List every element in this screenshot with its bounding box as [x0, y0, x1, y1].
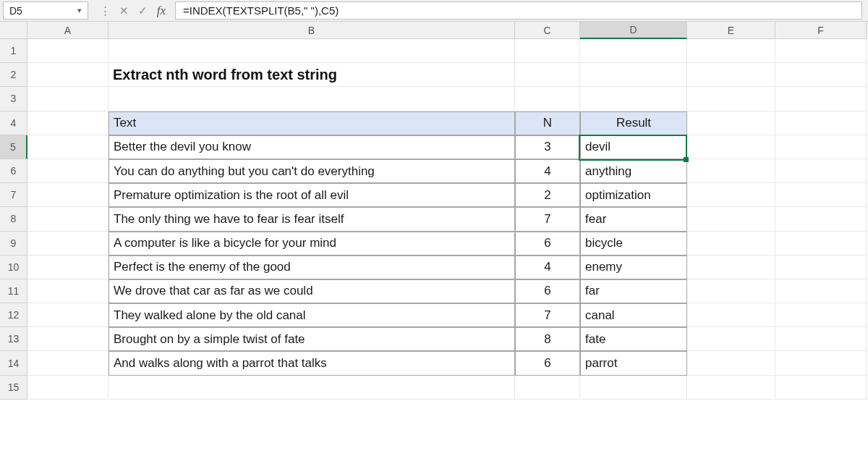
table-cell-result[interactable]: parrot: [580, 351, 687, 375]
cell[interactable]: [687, 279, 775, 303]
cell[interactable]: [27, 256, 109, 279]
cell[interactable]: [580, 376, 687, 400]
cell[interactable]: [27, 135, 109, 159]
cell[interactable]: [27, 303, 109, 327]
cell[interactable]: [687, 135, 775, 159]
cell[interactable]: [27, 376, 109, 400]
cell[interactable]: [27, 207, 109, 231]
cell[interactable]: [687, 39, 775, 63]
table-cell-n[interactable]: 2: [515, 183, 580, 207]
cell[interactable]: [775, 256, 867, 279]
cell[interactable]: [687, 232, 775, 256]
table-cell-text[interactable]: Perfect is the enemy of the good: [109, 256, 515, 279]
cell[interactable]: [27, 279, 109, 303]
table-cell-text[interactable]: Premature optimization is the root of al…: [109, 183, 515, 207]
table-cell-result[interactable]: devil: [580, 135, 687, 159]
cell[interactable]: [775, 111, 867, 135]
table-cell-n[interactable]: 7: [515, 303, 580, 327]
cell[interactable]: [775, 376, 867, 400]
table-header-n[interactable]: N: [515, 111, 580, 135]
cell[interactable]: [27, 87, 109, 111]
cell[interactable]: [27, 183, 109, 207]
row-header[interactable]: 14: [0, 351, 27, 375]
row-header[interactable]: 15: [0, 376, 27, 400]
row-header[interactable]: 12: [0, 303, 27, 327]
table-cell-result[interactable]: far: [580, 279, 687, 303]
table-cell-text[interactable]: We drove that car as far as we could: [109, 279, 515, 303]
cell[interactable]: [775, 87, 867, 111]
table-cell-result[interactable]: bicycle: [580, 232, 687, 256]
row-header[interactable]: 7: [0, 183, 27, 207]
cell[interactable]: [515, 87, 580, 111]
cell[interactable]: [27, 63, 109, 87]
table-cell-n[interactable]: 3: [515, 135, 580, 159]
col-header-B[interactable]: B: [109, 22, 515, 39]
cell[interactable]: [687, 183, 775, 207]
cell[interactable]: [775, 351, 867, 375]
table-cell-result[interactable]: optimization: [580, 183, 687, 207]
cell[interactable]: [687, 303, 775, 327]
table-cell-n[interactable]: 6: [515, 351, 580, 375]
col-header-E[interactable]: E: [687, 22, 775, 39]
cell[interactable]: [687, 87, 775, 111]
table-cell-text[interactable]: You can do anything but you can't do eve…: [109, 159, 515, 183]
table-cell-result[interactable]: fear: [580, 207, 687, 231]
table-header-text[interactable]: Text: [109, 111, 515, 135]
table-cell-result[interactable]: anything: [580, 159, 687, 183]
row-header[interactable]: 13: [0, 327, 27, 351]
cell[interactable]: [687, 351, 775, 375]
table-cell-result[interactable]: enemy: [580, 256, 687, 279]
table-cell-text[interactable]: Brought on by a simple twist of fate: [109, 327, 515, 351]
row-header[interactable]: 10: [0, 256, 27, 279]
row-header[interactable]: 6: [0, 159, 27, 183]
table-cell-result[interactable]: fate: [580, 327, 687, 351]
row-header[interactable]: 4: [0, 111, 27, 135]
col-header-F[interactable]: F: [775, 22, 867, 39]
cell[interactable]: [515, 39, 580, 63]
cell[interactable]: [687, 63, 775, 87]
cell[interactable]: [687, 111, 775, 135]
cell[interactable]: [687, 376, 775, 400]
cell[interactable]: [580, 63, 687, 87]
table-cell-text[interactable]: A computer is like a bicycle for your mi…: [109, 232, 515, 256]
cell[interactable]: Extract nth word from text string: [109, 63, 515, 87]
cell[interactable]: [27, 111, 109, 135]
col-header-D[interactable]: D: [580, 22, 687, 39]
row-header[interactable]: 11: [0, 279, 27, 303]
cell[interactable]: [580, 39, 687, 63]
cell[interactable]: [775, 232, 867, 256]
table-cell-n[interactable]: 7: [515, 207, 580, 231]
cell[interactable]: [687, 159, 775, 183]
cell[interactable]: [580, 87, 687, 111]
table-cell-n[interactable]: 4: [515, 159, 580, 183]
cell[interactable]: [27, 232, 109, 256]
select-all-corner[interactable]: [0, 22, 27, 39]
table-cell-n[interactable]: 6: [515, 232, 580, 256]
cell[interactable]: [109, 376, 515, 400]
table-cell-text[interactable]: They walked alone by the old canal: [109, 303, 515, 327]
cell[interactable]: [687, 207, 775, 231]
chevron-down-icon[interactable]: ▾: [77, 6, 82, 15]
cell[interactable]: [27, 39, 109, 63]
col-header-A[interactable]: A: [27, 22, 109, 39]
cell[interactable]: [109, 39, 515, 63]
fx-icon[interactable]: fx: [152, 1, 171, 20]
formula-input[interactable]: =INDEX(TEXTSPLIT(B5," "),C5): [175, 1, 862, 20]
table-cell-n[interactable]: 8: [515, 327, 580, 351]
cell[interactable]: [775, 135, 867, 159]
row-header[interactable]: 8: [0, 207, 27, 231]
col-header-C[interactable]: C: [515, 22, 580, 39]
cell[interactable]: [775, 303, 867, 327]
enter-icon[interactable]: ✓: [133, 1, 152, 20]
cell[interactable]: [515, 376, 580, 400]
cell[interactable]: [775, 63, 867, 87]
cell[interactable]: [27, 327, 109, 351]
name-box[interactable]: D5 ▾: [3, 1, 88, 20]
table-cell-n[interactable]: 6: [515, 279, 580, 303]
row-header[interactable]: 3: [0, 87, 27, 111]
table-cell-text[interactable]: The only thing we have to fear is fear i…: [109, 207, 515, 231]
cell[interactable]: [775, 183, 867, 207]
cancel-icon[interactable]: ✕: [114, 1, 133, 20]
table-cell-result[interactable]: canal: [580, 303, 687, 327]
cell[interactable]: [687, 256, 775, 279]
